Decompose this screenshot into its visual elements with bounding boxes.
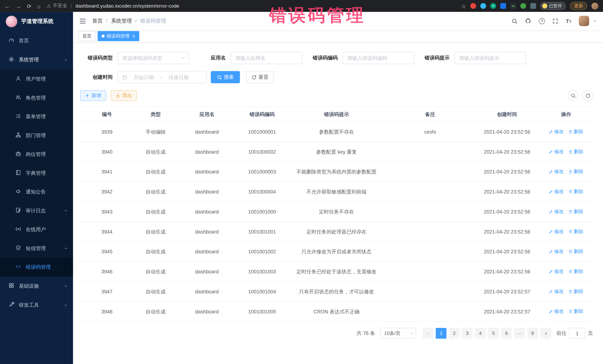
add-button[interactable]: 新增 [80, 90, 106, 101]
search-icon[interactable] [511, 18, 518, 24]
edit-link[interactable]: 修改 [549, 188, 564, 195]
delete-link[interactable]: 删除 [568, 268, 583, 275]
edit-link[interactable]: 修改 [549, 129, 564, 135]
sidebar-item-posts[interactable]: 岗位管理 [0, 145, 73, 164]
edit-link[interactable]: 修改 [549, 209, 564, 215]
user-avatar[interactable] [579, 16, 589, 26]
sidebar-item-error-codes[interactable]: 错误码管理 [0, 258, 73, 276]
extension-icon-3[interactable]: V [490, 3, 496, 9]
fullscreen-icon[interactable] [552, 18, 558, 24]
close-icon[interactable]: × [132, 33, 135, 39]
breadcrumb-home[interactable]: 首页 [92, 17, 103, 24]
edit-link[interactable]: 修改 [549, 168, 564, 175]
reload-icon[interactable]: ⟳ [27, 3, 31, 9]
end-date-input[interactable] [165, 74, 192, 80]
edit-link[interactable]: 修改 [549, 229, 564, 235]
extension-icon-4[interactable] [500, 3, 506, 9]
sidebar-item-notices[interactable]: 通知公告 [0, 182, 73, 201]
sidebar-item-audit-logs[interactable]: 审计日志 [0, 201, 73, 220]
edit-link[interactable]: 修改 [549, 268, 564, 275]
overlay-annotation: 错误码管理 [269, 4, 365, 27]
sidebar-item-menus[interactable]: 菜单管理 [0, 107, 73, 126]
page-size-select[interactable]: 10条/页 [380, 328, 416, 339]
delete-link[interactable]: 删除 [568, 309, 583, 315]
help-icon[interactable]: ? [539, 18, 545, 24]
next-page-button[interactable] [540, 328, 551, 339]
goto-page-input[interactable] [569, 328, 585, 339]
page-button-1[interactable]: 1 [436, 328, 446, 339]
tab-home[interactable]: 首页 [79, 31, 95, 41]
toggle-search-icon[interactable] [568, 90, 578, 101]
breadcrumb-system[interactable]: 系统管理 [111, 17, 132, 24]
home-icon[interactable]: ⌂ [37, 3, 41, 9]
delete-link[interactable]: 删除 [568, 149, 583, 155]
more-pages-button[interactable]: ··· [514, 328, 525, 339]
page-button-4[interactable]: 4 [475, 328, 486, 339]
table-row: 3948自动生成dashboard1001001005CRON 表达式不正确20… [80, 302, 593, 321]
page-button-3[interactable]: 3 [462, 328, 473, 339]
sidebar-item-departments[interactable]: 部门管理 [0, 126, 73, 145]
page-button-6[interactable]: 6 [501, 328, 512, 339]
security-indicator[interactable]: ⚠︎ 不安全 [46, 3, 67, 9]
edit-link[interactable]: 修改 [549, 309, 564, 315]
goto-page: 前往 页 [557, 328, 593, 339]
page-button-2[interactable]: 2 [449, 328, 460, 339]
back-icon[interactable]: ← [5, 3, 10, 9]
font-size-icon[interactable]: TT [566, 18, 571, 24]
start-date-input[interactable] [130, 74, 158, 80]
sidebar-item-devtools[interactable]: 研发工具 [0, 296, 73, 315]
table-header-row: 编号 类型 应用名 错误码编码 错误码提示 备注 创建时间 操作 [80, 107, 593, 122]
delete-link[interactable]: 删除 [568, 129, 583, 135]
forward-icon[interactable]: → [16, 3, 21, 9]
hamburger-icon[interactable] [79, 17, 86, 24]
page-button-5[interactable]: 5 [488, 328, 499, 339]
col-id: 编号 [80, 107, 134, 122]
sidebar-item-roles[interactable]: 角色管理 [0, 88, 73, 107]
extension-icon-5[interactable]: on [510, 3, 516, 9]
error-message-input[interactable] [454, 52, 526, 64]
refresh-icon[interactable] [582, 90, 593, 101]
sidebar-item-system[interactable]: 系统管理 [0, 50, 73, 69]
edit-link[interactable]: 修改 [549, 248, 564, 255]
search-button[interactable]: 搜索 [211, 71, 240, 83]
prev-page-button[interactable] [423, 328, 433, 339]
page-button-8[interactable]: 8 [527, 328, 538, 339]
delete-link[interactable]: 删除 [568, 188, 583, 195]
extension-icon-1[interactable] [470, 3, 476, 9]
sidebar-item-home[interactable]: 首页 [0, 31, 73, 50]
bookmark-star-icon[interactable]: ☆ [461, 3, 466, 9]
paused-badge[interactable]: 已暂停 [540, 2, 566, 10]
delete-link[interactable]: 删除 [568, 288, 583, 295]
app-name-input[interactable] [231, 52, 302, 64]
sidebar-item-sms[interactable]: 短信管理 [0, 239, 73, 258]
reset-button[interactable]: 重置 [246, 71, 274, 83]
browser-profile-avatar[interactable] [591, 2, 598, 9]
sidebar-item-online-users[interactable]: 在线用户 [0, 220, 73, 239]
error-type-select-input[interactable] [118, 52, 189, 64]
sidebar-item-users[interactable]: 用户管理 [0, 69, 73, 88]
sidebar-item-dictionary[interactable]: 字典管理 [0, 164, 73, 183]
error-code-input[interactable] [343, 52, 414, 64]
github-icon[interactable] [525, 18, 532, 24]
edit-link[interactable]: 修改 [549, 288, 564, 295]
extension-icon-2[interactable] [480, 3, 486, 9]
tab-error-codes[interactable]: 错误码管理 × [98, 31, 139, 41]
update-button[interactable]: 更新 [570, 2, 587, 10]
date-range-picker[interactable]: - [118, 71, 207, 83]
export-button[interactable]: 导出 [111, 90, 137, 101]
edit-link[interactable]: 修改 [549, 149, 564, 155]
delete-link[interactable]: 删除 [568, 209, 583, 215]
chevron-down-icon [64, 303, 68, 307]
error-type-select[interactable] [118, 52, 189, 64]
delete-link[interactable]: 删除 [568, 229, 583, 235]
extension-icon-7[interactable] [530, 3, 536, 9]
extension-icon-6[interactable] [520, 3, 526, 9]
delete-link[interactable]: 删除 [568, 168, 583, 175]
address-bar[interactable]: dashboard.yudao.iocoder.cn/system/error-… [76, 3, 179, 9]
delete-link[interactable]: 删除 [568, 248, 583, 255]
logo[interactable]: 芋道管理系统 [0, 12, 73, 31]
system-submenu: 用户管理 角色管理 菜单管理 部门管理 [0, 69, 73, 276]
chevron-down-icon[interactable] [593, 19, 597, 23]
sidebar-item-infrastructure[interactable]: 基础设施 [0, 276, 73, 296]
table-row: 3945自动生成dashboard1001001002只允许修改为开启或者关闭状… [80, 242, 593, 262]
